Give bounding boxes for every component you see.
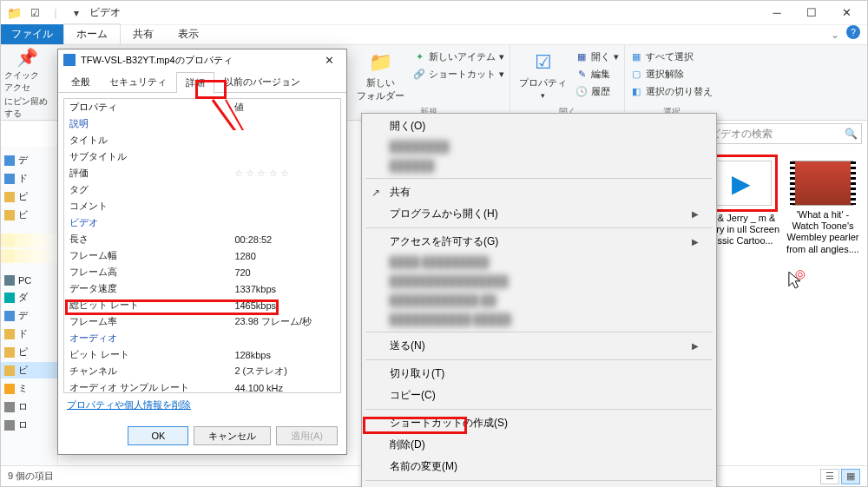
separator-icon: | xyxy=(46,3,65,23)
select-all-button[interactable]: ▦すべて選択 xyxy=(630,49,713,64)
ribbon-group-open: ☑ プロパティ ▾ ▦開く ▾ ✎編集 🕓履歴 開く xyxy=(510,45,625,120)
item-count: 9 個の項目 xyxy=(8,470,54,483)
video-thumb-a[interactable]: ▶ xyxy=(711,161,772,206)
nav-pane[interactable]: デ ド ピ ビ PC ダ デ ド ピ ビ ミ ロ ロ xyxy=(1,147,58,465)
ctx-hidden-4[interactable]: ████████████████ xyxy=(364,272,714,291)
ctx-send[interactable]: 送る(N)▶ xyxy=(364,335,714,357)
ribbon-group-select: ▦すべて選択 ▢選択解除 ◧選択の切り替え 選択 xyxy=(625,45,718,120)
tab-view[interactable]: 表示 xyxy=(166,24,211,44)
dtab-general[interactable]: 全般 xyxy=(62,71,100,92)
quick-access-label1: クイック アクセ xyxy=(4,69,49,94)
history-button[interactable]: 🕓履歴 xyxy=(575,83,619,99)
ctx-copy[interactable]: コピー(C) xyxy=(364,385,714,406)
cancel-button[interactable]: キャンセル xyxy=(194,426,271,445)
ctx-hidden-5[interactable]: ████████████ ██ xyxy=(364,291,714,310)
remove-props-link[interactable]: プロパティや個人情報を削除 xyxy=(63,393,194,417)
pin-icon[interactable]: 📌 xyxy=(16,47,38,68)
folder-icon: 📁 xyxy=(4,3,23,23)
annot-details-tab xyxy=(195,80,227,99)
ctx-hidden-2[interactable]: ██████ xyxy=(364,156,714,175)
svg-point-1 xyxy=(796,271,805,280)
ribbon-group-new: 📁 新しい フォルダー ✦新しいアイテム ▾ 🔗ショートカット ▾ 新規 xyxy=(348,45,510,120)
ctx-cut[interactable]: 切り取り(T) xyxy=(364,363,714,385)
ctx-hidden-1[interactable]: ████████ xyxy=(364,137,714,156)
select-none-button[interactable]: ▢選択解除 xyxy=(630,66,713,82)
share-icon: ↗ xyxy=(369,186,383,200)
dtab-versions[interactable]: 以前のバージョン xyxy=(214,71,310,92)
close-button[interactable]: ✕ xyxy=(829,1,864,25)
ctx-hidden-6[interactable]: ███████████ █████ xyxy=(364,310,714,329)
checkbox-icon: ☑ xyxy=(25,3,44,23)
dialog-close-button[interactable]: ✕ xyxy=(317,54,341,67)
ctx-delete[interactable]: 削除(D) xyxy=(364,434,714,456)
svg-point-0 xyxy=(798,273,802,277)
annot-framerate-row xyxy=(65,299,279,315)
dialog-title: TFW-VSL-B32YT.mp4のプロパティ xyxy=(81,54,233,67)
new-item-menu[interactable]: ✦新しいアイテム ▾ xyxy=(413,49,504,64)
titlebar: 📁 ☑ | ▾ ビデオ ─ ☐ ✕ xyxy=(1,1,867,25)
select-invert-button[interactable]: ◧選択の切り替え xyxy=(630,83,713,99)
dialog-icon xyxy=(63,54,76,66)
property-list[interactable]: プロパティ値 説明 タイトル サブタイトル 評価☆ ☆ ☆ ☆ ☆ タグ コメン… xyxy=(63,98,341,393)
minimize-button[interactable]: ─ xyxy=(760,1,794,25)
click-cursor-icon xyxy=(785,269,807,292)
ok-button[interactable]: OK xyxy=(128,426,188,445)
thumb-b-label: 'What a hit' - Watch Toone's Wembley pea… xyxy=(784,209,862,255)
ribbon-tabs: ファイル ホーム 共有 表示 ⌄ ? xyxy=(1,25,867,44)
view-details-button[interactable]: ☰ xyxy=(820,469,839,484)
quick-access-label2: にピン留めする xyxy=(4,95,49,120)
new-shortcut-menu[interactable]: 🔗ショートカット ▾ xyxy=(413,66,504,82)
open-button[interactable]: ▦開く ▾ xyxy=(575,49,619,64)
dtab-security[interactable]: セキュリティ xyxy=(100,71,176,92)
dropdown-icon[interactable]: ▾ xyxy=(67,3,86,23)
search-input[interactable]: ビデオの検索 🔍 xyxy=(706,123,862,144)
maximize-button[interactable]: ☐ xyxy=(794,1,829,25)
view-thumbs-button[interactable]: ▦ xyxy=(841,469,860,484)
properties-button[interactable]: ☑ プロパティ ▾ xyxy=(516,49,570,102)
window-title: ビデオ xyxy=(89,5,121,20)
edit-button[interactable]: ✎編集 xyxy=(575,66,619,82)
help-chevron-icon[interactable]: ⌄ xyxy=(825,25,845,44)
tab-home[interactable]: ホーム xyxy=(63,23,121,44)
search-icon: 🔍 xyxy=(845,128,858,140)
quick-access-group: 📌 クイック アクセ にピン留めする xyxy=(1,45,53,120)
file-tab[interactable]: ファイル xyxy=(1,24,63,44)
new-folder-icon: 📁 xyxy=(369,50,393,75)
ctx-rename[interactable]: 名前の変更(M) xyxy=(364,456,714,477)
properties-dialog: TFW-VSL-B32YT.mp4のプロパティ ✕ 全般 セキュリティ 詳細 以… xyxy=(57,49,347,455)
video-thumb-b[interactable] xyxy=(792,161,853,206)
new-folder-button[interactable]: 📁 新しい フォルダー xyxy=(353,49,408,104)
properties-icon: ☑ xyxy=(531,50,556,75)
annot-ctx-properties xyxy=(363,417,467,434)
ctx-properties[interactable]: プロパティ(R) xyxy=(364,484,714,487)
help-button[interactable]: ? xyxy=(846,25,860,39)
ctx-share[interactable]: ↗共有 xyxy=(364,181,714,203)
tab-share[interactable]: 共有 xyxy=(121,24,166,44)
ctx-hidden-3[interactable]: ████ █████████ xyxy=(364,253,714,272)
ctx-access[interactable]: アクセスを許可する(G)▶ xyxy=(364,231,714,253)
ctx-open-with[interactable]: プログラムから開く(H)▶ xyxy=(364,203,714,225)
apply-button[interactable]: 適用(A) xyxy=(276,426,338,445)
ctx-open[interactable]: 開く(O) xyxy=(364,115,714,137)
